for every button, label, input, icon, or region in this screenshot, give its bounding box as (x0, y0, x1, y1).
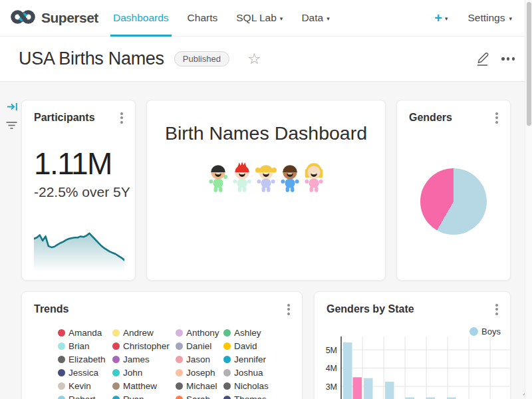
chart-kebab-menu-icon[interactable] (493, 110, 500, 126)
legend-item-kevin[interactable]: Kevin (58, 379, 112, 392)
legend-swatch (223, 369, 231, 376)
genders-by-state-card: Genders by State Boys 5M4M3M (314, 291, 511, 399)
nav-label: Dashboards (113, 12, 169, 24)
legend-swatch (58, 356, 65, 363)
legend-label: Sarah (186, 394, 210, 399)
legend-swatch (176, 329, 183, 336)
legend-item-anthony[interactable]: Anthony (176, 326, 223, 339)
legend-swatch (112, 396, 120, 399)
big-number-subheader: -22.5% over 5Y (34, 184, 135, 200)
nav-item-dashboards[interactable]: Dashboards (104, 0, 178, 37)
published-badge[interactable]: Published (174, 51, 229, 66)
nav-label: Data (301, 12, 323, 24)
nav-item-charts[interactable]: Charts (178, 0, 227, 37)
superset-logo-icon (11, 8, 35, 29)
legend-item-robert[interactable]: Robert (58, 392, 112, 399)
filter-list-icon[interactable] (5, 120, 18, 134)
main-nav: Dashboards Charts SQL Lab ▾ Data ▾ (104, 0, 339, 37)
legend-swatch (112, 369, 120, 376)
chart-title: Trends (34, 303, 68, 315)
svg-text:3M: 3M (326, 382, 337, 392)
legend-swatch (176, 396, 183, 399)
legend-item-andrew[interactable]: Andrew (112, 326, 176, 339)
chart-kebab-menu-icon[interactable] (493, 302, 500, 317)
legend-item-joseph[interactable]: Joseph (176, 366, 223, 379)
legend-label: Christopher (123, 341, 170, 351)
legend-swatch (176, 342, 183, 350)
legend-swatch (112, 356, 120, 363)
legend-item-david[interactable]: David (223, 339, 283, 352)
legend-swatch (176, 369, 183, 376)
trends-card: Trends AmandaAndrewAnthonyAshleyBrianChr… (21, 291, 303, 399)
legend-swatch (58, 382, 65, 390)
chart-title: Genders by State (327, 303, 414, 315)
legend-item-amanda[interactable]: Amanda (58, 326, 112, 339)
legend-item-jennifer[interactable]: Jennifer (223, 352, 283, 366)
baby-lavender-pigtails-icon (255, 162, 277, 196)
legend-label: Daniel (186, 341, 211, 351)
scrollbar-thumb[interactable] (527, 2, 531, 126)
legend-item-jessica[interactable]: Jessica (58, 366, 112, 379)
genders-pie[interactable] (420, 168, 487, 235)
legend-swatch (58, 342, 65, 350)
legend-item-michael[interactable]: Michael (176, 379, 223, 392)
legend-label: Matthew (123, 381, 157, 391)
legend-swatch (469, 327, 478, 336)
genders-card: Genders (396, 100, 511, 281)
nav-item-data[interactable]: Data ▾ (292, 0, 338, 37)
legend-item-matthew[interactable]: Matthew (112, 379, 176, 392)
chevron-down-icon: ▾ (445, 15, 448, 22)
chevron-down-icon: ▾ (280, 15, 283, 22)
legend-item-boys[interactable]: Boys (469, 327, 501, 336)
legend-swatch (223, 342, 231, 350)
settings-menu[interactable]: Settings ▾ (467, 12, 512, 24)
legend-label: Kevin (68, 381, 91, 391)
legend-swatch (223, 356, 231, 363)
legend-item-james[interactable]: James (112, 352, 176, 366)
legend-label: Jason (186, 354, 210, 364)
trendline-area (34, 229, 124, 278)
nav-label: SQL Lab (236, 12, 277, 24)
chevron-down-icon: ▾ (327, 15, 330, 22)
legend-swatch (58, 369, 65, 376)
legend-item-ryan[interactable]: Ryan (112, 392, 176, 399)
legend-label: John (123, 368, 142, 378)
legend-item-nicholas[interactable]: Nicholas (223, 379, 283, 392)
legend-swatch (58, 329, 65, 336)
more-actions-icon[interactable] (501, 57, 515, 60)
legend-item-brian[interactable]: Brian (58, 339, 112, 352)
legend-item-john[interactable]: John (112, 366, 176, 379)
legend-item-daniel[interactable]: Daniel (176, 339, 223, 352)
legend-item-sarah[interactable]: Sarah (176, 392, 223, 399)
legend-item-elizabeth[interactable]: Elizabeth (58, 352, 112, 366)
legend-item-christopher[interactable]: Christopher (112, 339, 176, 352)
legend-label: Ashley (234, 328, 261, 338)
scrollbar-track (525, 0, 532, 399)
chart-kebab-menu-icon[interactable] (285, 302, 292, 317)
chart-title: Participants (34, 112, 95, 124)
legend-label: Andrew (123, 328, 154, 338)
legend-item-joshua[interactable]: Joshua (223, 366, 283, 379)
dashboard-header: USA Births Names Published ☆ (0, 37, 532, 82)
edit-icon[interactable] (475, 51, 489, 67)
legend-item-thomas[interactable]: Thomas (223, 392, 283, 399)
legend-label: Amanda (68, 328, 102, 338)
babies-row (147, 162, 385, 196)
superset-brand[interactable]: Superset (11, 8, 98, 29)
chart-kebab-menu-icon[interactable] (118, 110, 125, 126)
legend-swatch (112, 382, 120, 390)
favorite-star-icon[interactable]: ☆ (247, 51, 261, 66)
svg-text:5M: 5M (326, 346, 337, 355)
legend-label: Boys (481, 327, 501, 336)
expand-filter-bar-icon[interactable] (7, 101, 19, 115)
new-item-button[interactable]: + ▾ (434, 11, 448, 25)
legend-label: Michael (186, 381, 217, 391)
nav-item-sql-lab[interactable]: SQL Lab ▾ (227, 0, 292, 37)
legend-label: Nicholas (234, 381, 269, 391)
legend-label: David (234, 341, 257, 351)
legend-item-jason[interactable]: Jason (176, 352, 223, 366)
legend-item-ashley[interactable]: Ashley (223, 326, 283, 339)
header-actions (475, 51, 515, 67)
baby-green-black-hair-icon (207, 162, 229, 196)
legend-label: Ryan (123, 394, 144, 399)
